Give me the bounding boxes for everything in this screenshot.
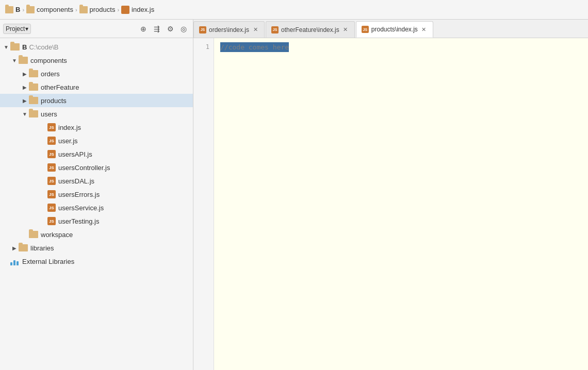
project-dropdown[interactable]: Project ▾: [3, 24, 31, 34]
tree-item-products[interactable]: products: [0, 94, 193, 107]
code-line-1: //code comes here: [220, 42, 582, 52]
tab-label: otherFeature\index.js: [281, 26, 339, 33]
breadcrumb-item-indexjs[interactable]: index.js: [121, 6, 154, 14]
chevron-icon: [21, 83, 29, 91]
folder-icon: [29, 110, 38, 117]
breadcrumb-item-products[interactable]: products: [79, 6, 116, 13]
tree-label: user.js: [58, 137, 78, 145]
tree-label: B: [22, 43, 27, 51]
js-file-icon: [47, 137, 56, 145]
chevron-icon: [2, 43, 10, 51]
folder-icon: [29, 70, 38, 77]
tree-label: libraries: [30, 244, 54, 252]
tree-label: usersService.js: [58, 204, 104, 212]
js-file-icon: [47, 204, 56, 212]
gear-icon: ⚙: [167, 25, 174, 33]
breadcrumb-sep-2: ›: [75, 7, 77, 13]
project-label: Project: [6, 25, 25, 32]
file-tree: B C:\code\B components orders: [0, 38, 193, 370]
breadcrumb-label: index.js: [132, 6, 154, 13]
tab-close-button[interactable]: ✕: [252, 26, 259, 33]
code-area[interactable]: //code comes here: [214, 38, 588, 370]
js-tab-icon: [362, 26, 369, 33]
tree-label: usersDAL.js: [58, 177, 94, 185]
js-file-icon: [47, 163, 56, 172]
breadcrumb-item-B[interactable]: B: [5, 6, 20, 13]
tree-item-users[interactable]: users: [0, 107, 193, 121]
hierarchy-button[interactable]: ⇶: [151, 23, 163, 35]
sidebar-toolbar: Project ▾ ⊕ ⇶ ⚙ ◎: [0, 20, 193, 38]
tree-label: orders: [41, 70, 60, 78]
tab-products[interactable]: products\index.js ✕: [356, 21, 433, 38]
folder-icon: [10, 43, 20, 51]
editor-content[interactable]: 1 //code comes here: [193, 38, 588, 370]
tree-item-userscontrollerjs[interactable]: usersController.js: [0, 161, 193, 174]
tree-label: workspace: [41, 231, 73, 239]
tab-label: products\index.js: [371, 26, 418, 33]
chevron-icon: [10, 56, 19, 64]
js-file-icon: [121, 6, 129, 14]
tree-label: otherFeature: [41, 83, 79, 91]
line-number-1: 1: [193, 42, 214, 52]
tree-label: products: [41, 97, 67, 105]
bar-chart-icon: [10, 257, 20, 265]
tree-label: usersErrors.js: [58, 191, 100, 198]
tree-item-components[interactable]: components: [0, 54, 193, 67]
tree-label: External Libraries: [22, 258, 74, 265]
breadcrumb-bar: B › components › products › index.js: [0, 0, 588, 20]
tree-item-userserrorsjs[interactable]: usersErrors.js: [0, 188, 193, 201]
tab-close-button[interactable]: ✕: [342, 26, 349, 33]
breadcrumb-sep-3: ›: [117, 7, 119, 13]
tab-close-button[interactable]: ✕: [420, 26, 428, 33]
folder-icon: [19, 244, 28, 251]
tree-item-B[interactable]: B C:\code\B: [0, 40, 193, 54]
tree-label: index.js: [58, 124, 81, 131]
line-numbers: 1: [193, 38, 214, 370]
chevron-icon: [21, 70, 29, 78]
tree-item-usersservicejs[interactable]: usersService.js: [0, 201, 193, 214]
collapse-button[interactable]: ◎: [177, 23, 190, 35]
tree-item-orders[interactable]: orders: [0, 67, 193, 80]
breadcrumb-label: products: [90, 6, 116, 13]
tree-item-libraries[interactable]: libraries: [0, 241, 193, 255]
globe-icon: ⊕: [140, 25, 146, 33]
folder-icon: [29, 83, 38, 91]
tree-item-external-libraries[interactable]: External Libraries: [0, 255, 193, 268]
tree-label: components: [30, 57, 67, 64]
chevron-icon: [10, 244, 19, 252]
tree-item-otherfeature[interactable]: otherFeature: [0, 80, 193, 94]
js-file-icon: [47, 217, 56, 225]
collapse-icon: ◎: [181, 25, 187, 33]
tree-item-userjs[interactable]: user.js: [0, 134, 193, 147]
breadcrumb-item-components[interactable]: components: [26, 6, 73, 13]
globe-button[interactable]: ⊕: [137, 23, 150, 35]
code-comment-selected: //code comes here: [220, 42, 289, 52]
tree-label: usersAPI.js: [58, 150, 92, 158]
js-tab-icon: [271, 26, 279, 33]
folder-icon: [29, 97, 38, 104]
js-file-icon: [47, 190, 56, 198]
tree-label: usersController.js: [58, 164, 110, 172]
tree-item-users-indexjs[interactable]: index.js: [0, 121, 193, 134]
js-file-icon: [47, 177, 56, 185]
tree-item-workspace[interactable]: workspace: [0, 228, 193, 241]
breadcrumb-label: components: [37, 6, 73, 13]
js-tab-icon: [199, 26, 206, 33]
dropdown-arrow-icon: ▾: [25, 25, 28, 32]
folder-icon: [19, 57, 28, 64]
breadcrumb-label: B: [15, 6, 20, 13]
hierarchy-icon: ⇶: [154, 25, 160, 33]
tree-item-usersapijs[interactable]: usersAPI.js: [0, 147, 193, 161]
tab-orders[interactable]: orders\index.js ✕: [193, 21, 265, 38]
tree-item-usersdaljs[interactable]: usersDAL.js: [0, 174, 193, 188]
tab-otherfeature[interactable]: otherFeature\index.js ✕: [266, 21, 355, 38]
breadcrumb-sep-1: ›: [22, 7, 24, 13]
tree-item-usertestingjs[interactable]: userTesting.js: [0, 214, 193, 228]
editor-area: orders\index.js ✕ otherFeature\index.js …: [193, 20, 588, 370]
tree-path: C:\code\B: [29, 43, 58, 51]
main-content: Project ▾ ⊕ ⇶ ⚙ ◎ B: [0, 20, 588, 370]
settings-button[interactable]: ⚙: [164, 23, 176, 35]
tree-label: users: [41, 110, 57, 118]
folder-icon: [79, 6, 88, 13]
js-file-icon: [47, 123, 56, 131]
